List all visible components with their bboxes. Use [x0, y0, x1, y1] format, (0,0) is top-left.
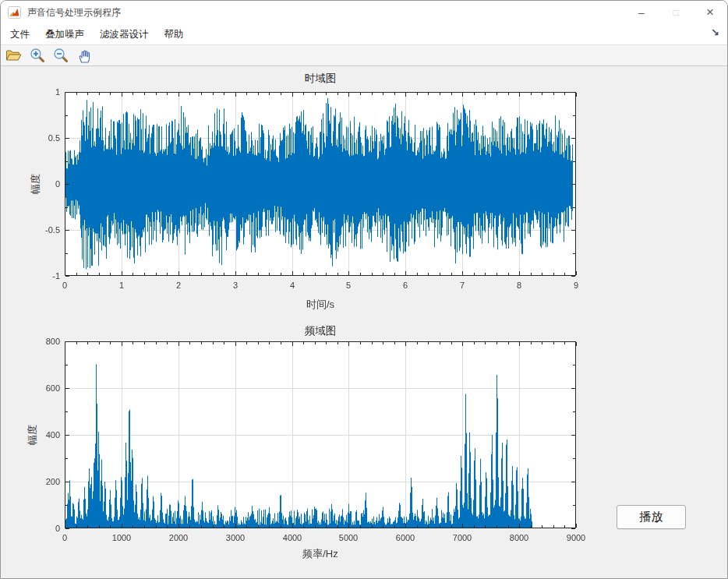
dock-figure-arrow-icon[interactable]: ↘ — [711, 26, 719, 38]
menu-file[interactable]: 文件 — [2, 25, 37, 44]
freq-plot-title: 频域图 — [65, 323, 576, 339]
time-domain-plot-canvas[interactable] — [34, 88, 588, 300]
menu-filter-design[interactable]: 滤波器设计 — [92, 25, 157, 44]
window-title: 声音信号处理示例程序 — [27, 6, 121, 19]
title-bar: 声音信号处理示例程序 – □ × — [1, 1, 727, 24]
minimize-button[interactable]: – — [624, 1, 659, 24]
window-controls: – □ × — [624, 1, 727, 24]
toolbar — [1, 44, 727, 66]
play-button[interactable]: 播放 — [617, 505, 686, 529]
time-plot-xlabel: 时间/s — [65, 298, 576, 312]
figure-area: 时域图 幅度 时间/s 频域图 幅度 频率/Hz 播放 — [1, 67, 727, 578]
frequency-domain-plot-canvas[interactable] — [34, 337, 588, 549]
zoom-out-button[interactable] — [51, 46, 70, 65]
zoom-in-icon — [30, 48, 45, 63]
menu-bar: 文件 叠加噪声 滤波器设计 帮助 ↘ — [1, 24, 727, 44]
zoom-out-icon — [53, 48, 69, 63]
time-plot-title: 时域图 — [65, 71, 576, 86]
freq-plot-xlabel: 频率/Hz — [65, 547, 576, 561]
pan-hand-icon — [76, 48, 92, 64]
matlab-logo-icon — [8, 6, 21, 19]
maximize-button[interactable]: □ — [659, 1, 693, 24]
menu-help[interactable]: 帮助 — [157, 25, 192, 44]
open-folder-icon — [5, 48, 22, 62]
pan-button[interactable] — [74, 46, 94, 65]
open-file-button[interactable] — [4, 46, 23, 65]
close-button[interactable]: × — [693, 1, 727, 24]
app-window: 声音信号处理示例程序 – □ × 文件 叠加噪声 滤波器设计 帮助 ↘ — [0, 0, 728, 579]
zoom-in-button[interactable] — [27, 46, 47, 65]
menu-add-noise[interactable]: 叠加噪声 — [37, 25, 92, 44]
